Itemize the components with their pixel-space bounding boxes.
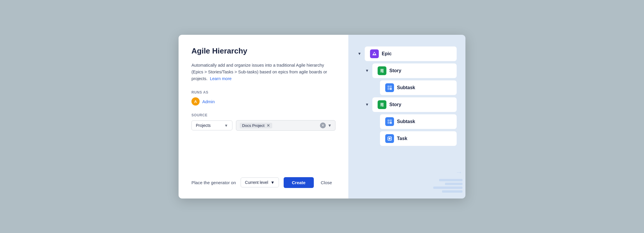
close-button[interactable]: Close (318, 177, 334, 188)
dialog-description: Automatically add and organize issues in… (191, 62, 335, 82)
subtask-2-label: Subtask (397, 119, 415, 124)
tag-input-actions: ✕ ▼ (320, 122, 332, 128)
tree-item-story-1: ▼ Story (365, 63, 457, 78)
chevron-down-icon: ▼ (365, 102, 369, 107)
story-2-label: Story (389, 102, 401, 107)
svg-rect-9 (388, 120, 389, 121)
svg-rect-6 (388, 88, 389, 90)
source-label: Source (191, 113, 335, 117)
svg-rect-3 (380, 69, 384, 73)
epic-icon (370, 49, 379, 58)
runs-as-label: Runs As (191, 90, 335, 94)
tree-card-epic: Epic (365, 46, 457, 61)
footer-label: Place the generator on (191, 180, 236, 185)
level-select[interactable]: Current level ▼ (241, 177, 279, 187)
tree-item-subtask-1: ▼ Subtask (372, 80, 457, 95)
chevron-down-icon: ▼ (357, 51, 362, 56)
remove-tag-icon[interactable]: ✕ (267, 124, 270, 127)
subtask-2-icon (385, 117, 394, 126)
create-button[interactable]: Create (284, 177, 314, 188)
tree-card-story-1: Story (372, 63, 457, 78)
source-type-select[interactable]: Projects ▼ (191, 120, 232, 130)
svg-rect-4 (388, 86, 389, 87)
hierarchy-tree: ▼ Epic ▼ Story (357, 46, 457, 146)
svg-rect-1 (374, 53, 375, 54)
task-label: Task (397, 136, 407, 141)
footer-row: Place the generator on Current level ▼ C… (191, 171, 335, 188)
left-panel: Agile Hierarchy Automatically add and or… (179, 35, 348, 199)
right-panel: ▼ Epic ▼ Story (348, 35, 465, 199)
story-1-label: Story (389, 68, 401, 73)
story-icon (378, 66, 386, 75)
watermark-decoration: → (433, 168, 463, 193)
runs-as-section: Runs As A Admin (191, 90, 335, 106)
tree-card-story-2: Story (372, 97, 457, 112)
source-row: Projects ▼ Docs Project ✕ ✕ ▼ (191, 120, 335, 131)
svg-rect-5 (390, 86, 392, 87)
level-chevron-icon: ▼ (270, 180, 275, 185)
svg-rect-8 (380, 103, 384, 107)
dialog: Agile Hierarchy Automatically add and or… (179, 35, 465, 199)
svg-rect-10 (390, 120, 392, 121)
clear-button[interactable]: ✕ (320, 122, 326, 128)
chevron-down-icon: ▼ (224, 123, 228, 128)
tree-card-subtask-2: Subtask (380, 114, 457, 129)
learn-more-link[interactable]: Learn more (210, 76, 232, 81)
tree-card-task: Task (380, 131, 457, 146)
dropdown-icon[interactable]: ▼ (328, 123, 332, 128)
subtask-icon (385, 83, 394, 92)
tree-item-epic: ▼ Epic (357, 46, 457, 61)
svg-rect-12 (390, 122, 392, 124)
admin-link[interactable]: Admin (202, 99, 215, 104)
svg-rect-11 (388, 122, 389, 124)
tag-pill: Docs Project ✕ (240, 123, 272, 128)
tree-card-subtask-1: Subtask (380, 80, 457, 95)
tree-item-task: ▼ Task (372, 131, 457, 146)
admin-row: A Admin (191, 97, 335, 106)
chevron-down-icon: ▼ (365, 68, 369, 73)
epic-label: Epic (382, 51, 392, 56)
avatar: A (191, 97, 200, 106)
story-2-icon (378, 100, 386, 109)
source-section: Source Projects ▼ Docs Project ✕ ✕ ▼ (191, 113, 335, 131)
svg-rect-7 (390, 88, 392, 90)
subtask-1-label: Subtask (397, 85, 415, 90)
dialog-title: Agile Hierarchy (191, 46, 335, 56)
svg-rect-14 (389, 138, 390, 139)
tree-item-subtask-2: ▼ Subtask (372, 114, 457, 129)
source-tag-input[interactable]: Docs Project ✕ ✕ ▼ (236, 120, 335, 131)
task-icon (385, 134, 394, 143)
tree-item-story-2: ▼ Story (365, 97, 457, 112)
